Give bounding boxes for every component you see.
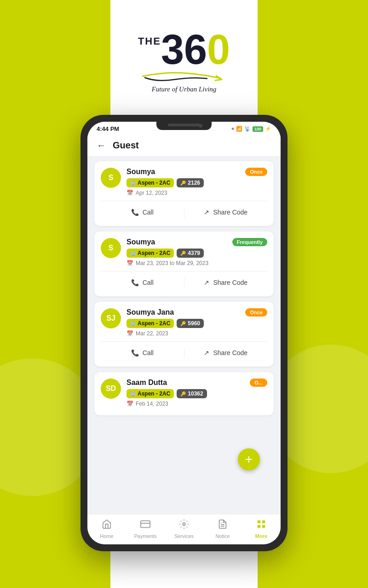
- guest-info-row: SJ Soumya Jana Once 🏢 Aspen - 2AC: [101, 308, 267, 337]
- call-icon: 📞: [131, 209, 139, 216]
- nav-label-more: More: [255, 533, 267, 539]
- call-button[interactable]: 📞 Call: [101, 275, 184, 290]
- guest-details: Soumya Jana Once 🏢 Aspen - 2AC 🔑 5960: [126, 308, 267, 337]
- call-icon: 📞: [131, 279, 139, 286]
- call-button[interactable]: 📞 Call: [101, 205, 184, 220]
- nav-label-services: Services: [174, 533, 194, 539]
- page-header: ← Guest: [87, 135, 281, 157]
- nav-label-home: Home: [100, 533, 113, 539]
- more-icon: [256, 519, 266, 532]
- guest-name: Saam Dutta: [126, 379, 167, 387]
- lock-icon: 🔑: [180, 321, 186, 326]
- plus-icon: +: [245, 452, 253, 467]
- nav-label-notice: Notice: [215, 533, 230, 539]
- bottom-navigation: Home Payments Services Notice: [87, 514, 281, 544]
- svg-rect-0: [141, 521, 150, 528]
- share-code-button[interactable]: ↗ Share Code: [184, 275, 268, 290]
- calendar-icon: 📅: [126, 330, 133, 337]
- nav-item-home[interactable]: Home: [87, 517, 126, 541]
- add-guest-fab[interactable]: +: [238, 448, 260, 470]
- guest-details: Saam Dutta O... 🏢 Aspen - 2AC 🔑 10362: [126, 379, 267, 407]
- guest-meta: 🏢 Aspen - 2AC 🔑 5960: [126, 319, 267, 328]
- guest-date: 📅 Mar 23, 2023 to Mar 29, 2023: [126, 260, 267, 266]
- code-tag: 🔑 4379: [177, 249, 204, 258]
- nav-item-payments[interactable]: Payments: [126, 517, 165, 541]
- guest-meta: 🏢 Aspen - 2AC 🔑 4379: [126, 249, 267, 258]
- guest-name-row: Saam Dutta O...: [126, 379, 267, 387]
- building-icon: 🏢: [130, 181, 136, 186]
- guest-meta: 🏢 Aspen - 2AC 🔑 10362: [126, 389, 267, 398]
- guest-name-row: Soumya Jana Once: [126, 308, 267, 317]
- share-icon: ↗: [204, 209, 209, 216]
- building-tag: 🏢 Aspen - 2AC: [126, 249, 174, 258]
- guest-name-row: Soumya Once: [126, 168, 267, 176]
- card-divider: [101, 201, 267, 201]
- guest-card: SJ Soumya Jana Once 🏢 Aspen - 2AC: [94, 302, 274, 367]
- back-button[interactable]: ←: [97, 140, 106, 151]
- guest-info-row: S Soumya Frequently 🏢 Aspen - 2AC: [101, 238, 267, 266]
- signal-icon: 📶: [236, 126, 242, 132]
- code-tag: 🔑 5960: [177, 319, 204, 328]
- avatar-initials: SD: [106, 384, 116, 393]
- logo-o: 0: [207, 31, 230, 68]
- guest-name: Soumya: [126, 238, 155, 246]
- avatar: SJ: [101, 308, 121, 328]
- status-badge: Frequently: [232, 238, 267, 246]
- code-tag: 🔑 10362: [177, 389, 207, 398]
- svg-rect-5: [258, 520, 260, 523]
- svg-point-2: [183, 523, 185, 526]
- lock-icon: 🔑: [180, 251, 186, 256]
- calendar-icon: 📅: [126, 190, 133, 196]
- charging-icon: ⚡: [265, 126, 271, 132]
- logo-tagline: Future of Urban Living: [152, 85, 217, 93]
- share-code-button[interactable]: ↗ Share Code: [184, 205, 268, 220]
- lock-icon: 🔑: [180, 181, 186, 186]
- guest-name: Soumya: [126, 168, 155, 176]
- call-icon: 📞: [131, 349, 139, 356]
- status-icons: ⌖ 📶 📡 100 ⚡: [231, 126, 271, 132]
- building-tag: 🏢 Aspen - 2AC: [126, 178, 174, 187]
- card-divider: [101, 271, 267, 271]
- phone-speaker: [168, 124, 200, 126]
- logo: THE 36 0 Future of Urban Living: [138, 31, 230, 93]
- share-icon: ↗: [204, 349, 209, 356]
- logo-text: THE 36 0: [138, 31, 230, 68]
- guest-name: Soumya Jana: [126, 308, 174, 317]
- status-badge: Once: [245, 168, 267, 176]
- avatar: SD: [101, 379, 121, 399]
- nav-item-services[interactable]: Services: [165, 517, 203, 541]
- guest-date: 📅 Mar 22, 2023: [126, 330, 267, 337]
- building-tag: 🏢 Aspen - 2AC: [126, 319, 174, 328]
- share-code-button[interactable]: ↗ Share Code: [184, 345, 268, 360]
- guest-info-row: SD Saam Dutta O... 🏢 Aspen - 2AC: [101, 379, 267, 407]
- call-button[interactable]: 📞 Call: [101, 345, 184, 360]
- action-row: 📞 Call ↗ Share Code: [101, 205, 267, 220]
- guest-card: S Soumya Once 🏢 Aspen - 2AC: [94, 161, 274, 226]
- svg-rect-8: [262, 525, 265, 528]
- guest-date: 📅 Apr 12, 2023: [126, 190, 267, 196]
- logo-area: THE 36 0 Future of Urban Living: [110, 0, 258, 124]
- building-icon: 🏢: [130, 251, 136, 256]
- home-icon: [102, 519, 112, 532]
- calendar-icon: 📅: [126, 260, 133, 266]
- card-divider: [101, 341, 267, 342]
- logo-the: THE: [138, 36, 161, 46]
- status-time: 4:44 PM: [97, 125, 119, 132]
- avatar-initials: SJ: [106, 314, 115, 322]
- page-title: Guest: [113, 140, 139, 151]
- nav-item-more[interactable]: More: [242, 517, 281, 541]
- nav-item-notice[interactable]: Notice: [203, 517, 242, 541]
- lock-icon: 🔑: [180, 391, 186, 396]
- building-icon: 🏢: [130, 321, 136, 326]
- nav-label-payments: Payments: [134, 533, 157, 539]
- guest-details: Soumya Frequently 🏢 Aspen - 2AC 🔑 4379: [126, 238, 267, 266]
- building-icon: 🏢: [130, 391, 136, 396]
- guest-card: SD Saam Dutta O... 🏢 Aspen - 2AC: [94, 372, 274, 415]
- action-row: 📞 Call ↗ Share Code: [101, 345, 267, 360]
- guest-meta: 🏢 Aspen - 2AC 🔑 2126: [126, 178, 267, 187]
- phone-frame: 4:44 PM ⌖ 📶 📡 100 ⚡ ← Guest S: [80, 115, 288, 551]
- guest-date: 📅 Feb 14, 2023: [126, 401, 267, 407]
- svg-rect-7: [258, 525, 260, 528]
- phone-notch: [156, 122, 212, 130]
- guest-name-row: Soumya Frequently: [126, 238, 267, 246]
